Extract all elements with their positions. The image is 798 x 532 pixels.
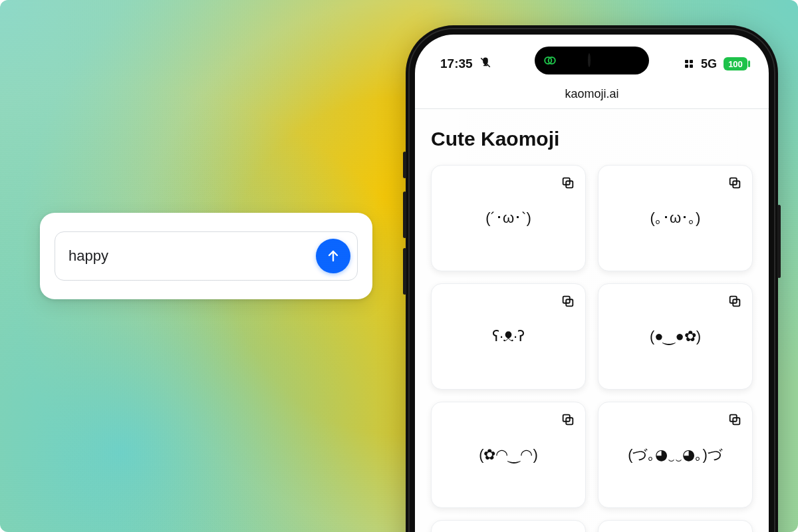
copy-icon	[561, 294, 575, 309]
kaomoji-text: (✿◠‿◠)	[479, 446, 538, 464]
phone-side-button	[403, 152, 406, 178]
kaomoji-text: ʕ·ᴥ·ʔ	[492, 328, 525, 345]
page-content: Cute Kaomoji (´･ω･`) (｡･ω･｡)	[415, 109, 769, 532]
dynamic-island	[535, 47, 649, 74]
copy-icon	[561, 412, 575, 427]
kaomoji-card[interactable]: (✿◠‿◠)	[431, 402, 586, 508]
search-card	[40, 213, 372, 299]
kaomoji-text: (●‿●✿)	[650, 328, 701, 345]
phone-screen: 17:35 5G 100 kaomoji.ai	[415, 35, 769, 532]
url-text: kaomoji.ai	[565, 87, 618, 101]
copy-button[interactable]	[559, 529, 577, 532]
phone-side-button	[403, 248, 406, 295]
search-field[interactable]	[55, 231, 358, 281]
url-bar[interactable]: kaomoji.ai	[415, 80, 769, 109]
kaomoji-card[interactable]: (´･ω･`)	[431, 165, 586, 271]
copy-icon	[728, 412, 742, 427]
kaomoji-card[interactable]: (｡･ω･｡)	[598, 165, 753, 271]
copy-button[interactable]	[559, 174, 577, 192]
signal-icon	[685, 60, 693, 68]
search-input[interactable]	[68, 247, 316, 265]
battery-indicator: 100	[724, 57, 747, 70]
copy-button[interactable]	[726, 529, 744, 532]
copy-button[interactable]	[726, 174, 744, 192]
kaomoji-text: (´･ω･`)	[485, 209, 531, 227]
copy-icon	[728, 176, 742, 190]
stage: 17:35 5G 100 kaomoji.ai	[0, 0, 798, 532]
link-ring-icon	[543, 53, 557, 68]
phone-frame: 17:35 5G 100 kaomoji.ai	[406, 25, 778, 532]
phone-side-button	[403, 192, 406, 238]
phone-side-button	[777, 205, 781, 278]
submit-button[interactable]	[316, 239, 350, 273]
copy-button[interactable]	[559, 292, 577, 311]
copy-button[interactable]	[559, 410, 577, 429]
kaomoji-card[interactable]	[598, 520, 753, 532]
arrow-up-icon	[325, 248, 341, 264]
kaomoji-grid: (´･ω･`) (｡･ω･｡) ʕ·ᴥ·ʔ	[431, 165, 753, 532]
mute-icon	[479, 57, 491, 72]
kaomoji-card[interactable]: (づ｡◕‿‿◕｡)づ	[598, 402, 753, 508]
copy-button[interactable]	[726, 410, 744, 429]
camera-icon	[588, 53, 591, 67]
kaomoji-text: (づ｡◕‿‿◕｡)づ	[628, 445, 723, 465]
copy-icon	[561, 176, 575, 190]
network-label: 5G	[701, 57, 717, 71]
status-time: 17:35	[440, 57, 473, 71]
kaomoji-card[interactable]: (●‿●✿)	[598, 283, 753, 390]
kaomoji-card[interactable]: ʕ·ᴥ·ʔ	[431, 283, 586, 390]
kaomoji-text: (｡･ω･｡)	[650, 209, 701, 227]
page-title: Cute Kaomoji	[431, 128, 753, 150]
copy-button[interactable]	[726, 292, 744, 311]
copy-icon	[728, 294, 742, 309]
kaomoji-card[interactable]	[431, 520, 586, 532]
